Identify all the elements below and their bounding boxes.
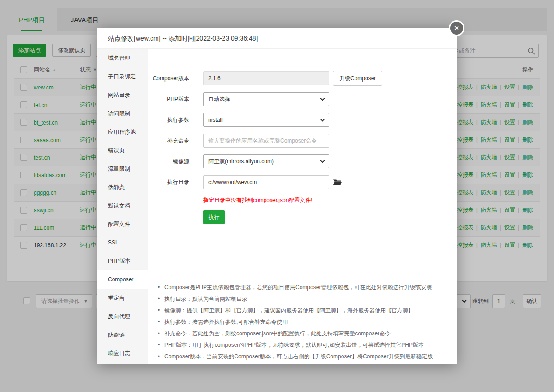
modal-menu-item[interactable]: 流量限制 bbox=[97, 160, 148, 178]
composer-form: Composer版本 升级Composer PHP版本 自动选择 执行参数 in… bbox=[148, 49, 457, 224]
php-version-label: PHP版本 bbox=[148, 95, 189, 103]
modal-menu-item[interactable]: 重定向 bbox=[97, 289, 148, 307]
mirror-source-select[interactable]: 阿里源(mirrors.aliyun.com) bbox=[203, 154, 329, 168]
modal-title: 站点修改[wew.cm] -- 添加时间[2022-03-23 09:36:48… bbox=[97, 28, 457, 49]
exec-dir-label: 执行目录 bbox=[148, 178, 189, 186]
chevron-down-icon bbox=[320, 117, 325, 122]
tip-item: Composer是PHP主流依赖包管理器，若您的项目使用Composer管理依赖… bbox=[158, 284, 453, 291]
composer-panel: Composer版本 升级Composer PHP版本 自动选择 执行参数 in… bbox=[148, 49, 457, 364]
tip-item: 执行目录：默认为当前网站根目录 bbox=[158, 296, 453, 302]
exec-dir-input[interactable] bbox=[203, 175, 329, 189]
exec-args-label: 执行参数 bbox=[148, 116, 189, 124]
tip-item: Composer版本：当前安装的Composer版本，可点击右侧的【升级Comp… bbox=[158, 353, 453, 360]
modal-menu-item[interactable]: 域名管理 bbox=[97, 49, 148, 67]
modal-menu-item[interactable]: 反向代理 bbox=[97, 307, 148, 326]
close-icon[interactable]: ✕ bbox=[449, 20, 464, 36]
chevron-down-icon bbox=[320, 96, 325, 101]
tip-item: PHP版本：用于执行composer的PHP版本，无特殊要求，默认即可,如安装出… bbox=[158, 342, 453, 348]
modal-menu-item[interactable]: 防盗链 bbox=[97, 326, 148, 344]
composer-tips: Composer是PHP主流依赖包管理器，若您的项目使用Composer管理依赖… bbox=[158, 284, 453, 365]
composer-version-label: Composer版本 bbox=[148, 75, 189, 83]
mirror-source-label: 镜像源 bbox=[148, 158, 189, 166]
tip-item: 镜像源：提供【阿里源】和【官方源】，建议国内服务器使用【阿里源】，海外服务器使用… bbox=[158, 307, 453, 314]
folder-icon[interactable] bbox=[333, 178, 342, 186]
composer-warning-text: 指定目录中没有找到composer.json配置文件! bbox=[203, 196, 457, 204]
extra-cmd-label: 补充命令 bbox=[148, 137, 189, 145]
modal-menu-item[interactable]: 伪静态 bbox=[97, 178, 148, 196]
chevron-down-icon bbox=[320, 159, 325, 163]
exec-args-select[interactable]: install bbox=[203, 113, 329, 127]
run-button[interactable]: 执行 bbox=[203, 210, 225, 224]
modal-menu-item[interactable]: 响应日志 bbox=[97, 344, 148, 362]
tip-item: 执行参数：按需选择执行参数,可配合补充命令使用 bbox=[158, 319, 453, 325]
modal-menu-item[interactable]: 默认文档 bbox=[97, 196, 148, 215]
modal-menu-item[interactable]: 配置文件 bbox=[97, 215, 148, 233]
modal-menu-item[interactable]: 子目录绑定 bbox=[97, 67, 148, 86]
modal-menu-item[interactable]: 访问限制 bbox=[97, 104, 148, 123]
modal-menu-item[interactable]: PHP版本 bbox=[97, 252, 148, 270]
extra-cmd-input[interactable] bbox=[203, 134, 329, 148]
composer-version-input[interactable] bbox=[203, 71, 329, 85]
upgrade-composer-button[interactable]: 升级Composer bbox=[333, 71, 382, 86]
modal-menu-item[interactable]: Composer bbox=[97, 270, 148, 289]
modal-menu-item[interactable]: 应用程序池 bbox=[97, 123, 148, 141]
site-edit-modal: ✕ 站点修改[wew.cm] -- 添加时间[2022-03-23 09:36:… bbox=[97, 28, 457, 364]
tip-item: 补充命令：若此处为空，则按composer.json中的配置执行，此处支持填写完… bbox=[158, 330, 453, 337]
modal-menu-item[interactable]: 网站目录 bbox=[97, 86, 148, 104]
modal-menu-item[interactable]: SSL bbox=[97, 233, 148, 252]
modal-sidebar: 域名管理子目录绑定网站目录访问限制应用程序池错误页流量限制伪静态默认文档配置文件… bbox=[97, 49, 148, 364]
modal-menu-item[interactable]: 错误页 bbox=[97, 141, 148, 160]
php-version-select[interactable]: 自动选择 bbox=[203, 92, 329, 106]
